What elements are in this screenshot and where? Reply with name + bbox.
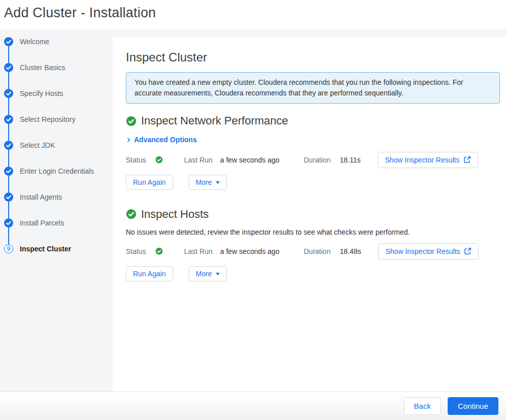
step-label: Cluster Basics [20,63,65,72]
show-inspector-results-button[interactable]: Show Inspector Results [378,152,478,168]
last-run-value: a few seconds ago [220,247,280,255]
network-status-row: Status Last Run a few seconds ago Durati… [126,152,500,168]
run-again-label: Run Again [133,270,166,278]
hosts-inspection-heading: Inspect Hosts [126,208,500,221]
more-label: More [196,270,212,278]
hosts-status-row: Status Last Run a few seconds ago Durati… [126,243,500,260]
external-link-icon [464,247,471,255]
sidebar-step-inspect-cluster[interactable]: 9Inspect Cluster [4,244,113,270]
step-label: Welcome [20,37,49,46]
run-again-button[interactable]: Run Again [126,175,173,190]
duration-label: Duration [304,156,331,164]
run-again-label: Run Again [133,178,166,186]
check-circle-icon [4,141,13,150]
sidebar-step-welcome[interactable]: Welcome [4,37,113,63]
advanced-options-link[interactable]: Advanced Options [126,136,197,144]
sidebar-step-enter-login-credentials[interactable]: Enter Login Credentials [4,167,113,192]
check-circle-icon [126,116,137,126]
page: Add Cluster - Installation WelcomeCluste… [0,0,506,420]
more-dropdown-button[interactable]: More [189,266,227,281]
sidebar-step-select-jdk[interactable]: Select JDK [4,141,113,167]
external-link-icon [463,156,471,164]
step-label: Install Parcels [20,218,64,228]
check-circle-icon [4,37,13,46]
continue-button[interactable]: Continue [448,397,498,415]
chevron-right-icon [126,137,131,143]
last-run-label: Last Run [184,156,213,164]
sidebar-step-select-repository[interactable]: Select Repository [4,115,113,141]
show-inspector-results-label: Show Inspector Results [385,247,460,255]
info-banner-text: You have created a new empty cluster. Cl… [134,78,463,97]
page-title: Add Cluster - Installation [4,5,506,21]
network-action-row: Run Again More [126,175,500,190]
show-inspector-results-label: Show Inspector Results [385,156,459,164]
check-circle-icon [4,167,13,176]
status-label: Status [126,247,146,255]
back-button[interactable]: Back [404,397,441,415]
more-label: More [196,178,212,186]
section-title: Inspect Cluster [126,50,500,64]
caret-down-icon [216,273,220,275]
hosts-inspection-title: Inspect Hosts [141,208,209,221]
step-label: Enter Login Credentials [20,167,94,176]
run-again-button[interactable]: Run Again [126,266,173,281]
hosts-inspection-description: No issues were detected, review the insp… [126,228,500,236]
step-label: Select Repository [20,115,76,124]
content-row: WelcomeCluster BasicsSpecify HostsSelect… [0,29,506,392]
check-circle-icon [4,63,13,72]
last-run-label: Last Run [184,247,213,255]
duration-value: 18.48s [340,247,361,255]
step-label: Install Agents [20,192,62,202]
check-circle-icon [4,218,13,228]
duration-label: Duration [304,247,331,255]
app-header: Add Cluster - Installation [0,0,506,29]
main-panel: Inspect Cluster You have created a new e… [113,37,506,392]
more-dropdown-button[interactable]: More [189,175,227,190]
check-circle-icon [4,89,13,98]
hosts-action-row: Run Again More [126,266,500,281]
status-success-icon [155,247,163,255]
duration-value: 18.11s [340,156,360,164]
sidebar-step-install-agents[interactable]: Install Agents [4,192,113,218]
network-inspection-heading: Inspect Network Performance [126,114,500,127]
sidebar-step-specify-hosts[interactable]: Specify Hosts [4,89,113,115]
advanced-options-label: Advanced Options [134,136,197,144]
step-label: Inspect Cluster [20,244,71,253]
step-label: Select JDK [20,141,55,150]
check-circle-icon [4,115,13,124]
main-area: Inspect Cluster You have created a new e… [113,29,506,392]
network-inspection-title: Inspect Network Performance [141,114,288,127]
check-circle-icon [4,192,13,202]
caret-down-icon [216,181,220,184]
wizard-sidebar: WelcomeCluster BasicsSpecify HostsSelect… [0,29,113,392]
step-label: Specify Hosts [20,89,63,98]
show-inspector-results-button[interactable]: Show Inspector Results [378,243,478,260]
step-number-badge: 9 [4,244,13,253]
status-success-icon [155,156,163,164]
wizard-steps: WelcomeCluster BasicsSpecify HostsSelect… [4,37,113,270]
sidebar-step-cluster-basics[interactable]: Cluster Basics [4,63,113,89]
sidebar-step-install-parcels[interactable]: Install Parcels [4,218,113,244]
check-circle-icon [126,209,137,219]
last-run-value: a few seconds ago [220,156,280,164]
info-banner: You have created a new empty cluster. Cl… [126,72,500,104]
wizard-footer: Back Continue [0,392,506,420]
status-label: Status [126,156,146,164]
